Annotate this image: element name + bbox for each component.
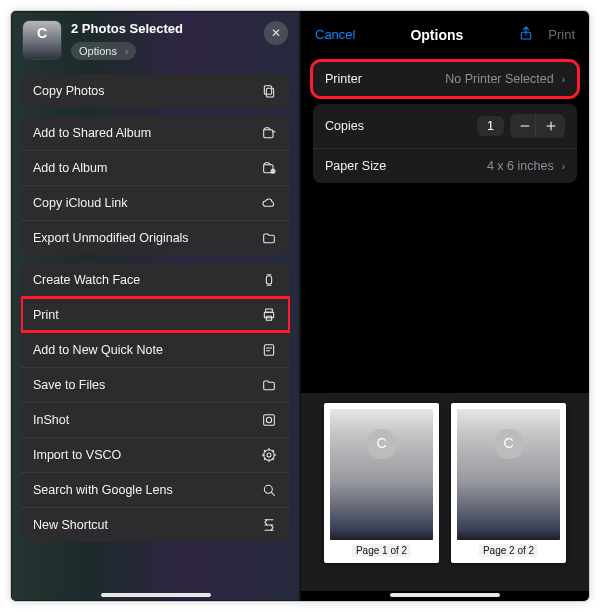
action-label: Copy Photos <box>33 84 105 98</box>
action-add-to-album[interactable]: Add to Album <box>21 150 290 185</box>
svg-rect-10 <box>264 415 275 426</box>
action-save-to-files[interactable]: Save to Files <box>21 367 290 402</box>
svg-point-14 <box>264 485 272 493</box>
search-icon <box>260 482 278 498</box>
paper-size-row[interactable]: Paper Size 4 x 6 inches › <box>313 148 577 183</box>
action-inshot[interactable]: InShot <box>21 402 290 437</box>
action-group: Copy Photos <box>21 74 290 108</box>
svg-rect-1 <box>264 86 271 95</box>
action-add-to-shared-album[interactable]: Add to Shared Album <box>21 116 290 150</box>
share-sheet-header: C 2 Photos Selected Options › ✕ <box>11 11 300 68</box>
options-pill[interactable]: Options › <box>71 42 136 60</box>
selected-photo-thumbnail[interactable]: C <box>23 21 61 59</box>
action-label: New Shortcut <box>33 518 108 532</box>
share-icon[interactable] <box>518 25 534 44</box>
thumbnail-letter: C <box>37 25 47 41</box>
svg-rect-9 <box>264 345 273 356</box>
action-print[interactable]: Print <box>21 297 290 332</box>
action-label: Add to Album <box>33 161 107 175</box>
printer-row[interactable]: Printer No Printer Selected › <box>313 62 577 96</box>
preview-caption: Page 2 of 2 <box>479 544 538 557</box>
action-copy-photos[interactable]: Copy Photos <box>21 74 290 108</box>
cloud-icon <box>260 195 278 211</box>
cancel-button[interactable]: Cancel <box>315 27 355 42</box>
svg-rect-7 <box>264 312 273 317</box>
copies-stepper <box>510 114 565 138</box>
action-label: InShot <box>33 413 69 427</box>
action-search-with-google-lens[interactable]: Search with Google Lens <box>21 472 290 507</box>
chevron-right-icon: › <box>562 74 565 85</box>
page-title: Options <box>410 27 463 43</box>
close-button[interactable]: ✕ <box>264 21 288 45</box>
vsco-icon <box>260 447 278 463</box>
paper-size-label: Paper Size <box>325 159 386 173</box>
note-icon <box>260 342 278 358</box>
action-label: Save to Files <box>33 378 105 392</box>
action-group: Create Watch FacePrintAdd to New Quick N… <box>21 263 290 542</box>
action-label: Create Watch Face <box>33 273 140 287</box>
print-topbar: Cancel Options Print <box>301 11 589 54</box>
print-previews: CPage 1 of 2CPage 2 of 2 <box>301 393 589 591</box>
action-label: Import to VSCO <box>33 448 121 462</box>
printer-value: No Printer Selected <box>445 72 553 86</box>
share-sheet-screen: C 2 Photos Selected Options › ✕ Copy Pho… <box>11 11 300 601</box>
action-label: Search with Google Lens <box>33 483 173 497</box>
share-actions: Copy PhotosAdd to Shared AlbumAdd to Alb… <box>11 68 300 542</box>
printer-label: Printer <box>325 72 362 86</box>
folder-icon <box>260 230 278 246</box>
home-indicator[interactable] <box>101 593 211 597</box>
copies-row: Copies 1 <box>313 104 577 148</box>
chevron-right-icon: › <box>125 46 128 57</box>
print-button: Print <box>548 27 575 42</box>
svg-rect-8 <box>266 316 271 320</box>
action-group: Add to Shared AlbumAdd to AlbumCopy iClo… <box>21 116 290 255</box>
svg-rect-2 <box>264 130 273 138</box>
paper-size-value: 4 x 6 inches <box>487 159 554 173</box>
svg-rect-5 <box>266 276 271 284</box>
action-label: Copy iCloud Link <box>33 196 128 210</box>
action-import-to-vsco[interactable]: Import to VSCO <box>21 437 290 472</box>
options-pill-label: Options <box>79 45 117 57</box>
print-icon <box>260 307 278 323</box>
action-label: Add to Shared Album <box>33 126 151 140</box>
action-copy-icloud-link[interactable]: Copy iCloud Link <box>21 185 290 220</box>
selection-title: 2 Photos Selected <box>71 21 254 36</box>
preview-thumbnail: C <box>330 409 433 540</box>
preview-letter: C <box>376 435 386 451</box>
chevron-right-icon: › <box>562 161 565 172</box>
album-icon <box>260 160 278 176</box>
action-new-shortcut[interactable]: New Shortcut <box>21 507 290 542</box>
folder-icon <box>260 377 278 393</box>
home-indicator[interactable] <box>390 593 500 597</box>
copies-label: Copies <box>325 119 364 133</box>
action-label: Export Unmodified Originals <box>33 231 189 245</box>
action-export-unmodified-originals[interactable]: Export Unmodified Originals <box>21 220 290 255</box>
preview-thumbnail: C <box>457 409 560 540</box>
preview-page[interactable]: CPage 2 of 2 <box>451 403 566 563</box>
action-label: Add to New Quick Note <box>33 343 163 357</box>
copies-value: 1 <box>477 116 504 136</box>
preview-page[interactable]: CPage 1 of 2 <box>324 403 439 563</box>
shared-album-icon <box>260 125 278 141</box>
svg-rect-0 <box>266 88 273 97</box>
action-add-to-new-quick-note[interactable]: Add to New Quick Note <box>21 332 290 367</box>
watch-icon <box>260 272 278 288</box>
close-icon: ✕ <box>271 26 281 40</box>
preview-letter: C <box>503 435 513 451</box>
print-settings-card: Copies 1 Paper Size 4 x 6 i <box>313 104 577 183</box>
shortcut-icon <box>260 517 278 533</box>
action-label: Print <box>33 308 59 322</box>
copies-increment-button[interactable] <box>535 114 565 138</box>
inshot-icon <box>260 412 278 428</box>
print-options-screen: Cancel Options Print Printer No Printer … <box>300 11 589 601</box>
copy-icon <box>260 83 278 99</box>
preview-caption: Page 1 of 2 <box>352 544 411 557</box>
action-create-watch-face[interactable]: Create Watch Face <box>21 263 290 297</box>
svg-point-11 <box>266 417 271 422</box>
svg-point-13 <box>267 453 271 457</box>
